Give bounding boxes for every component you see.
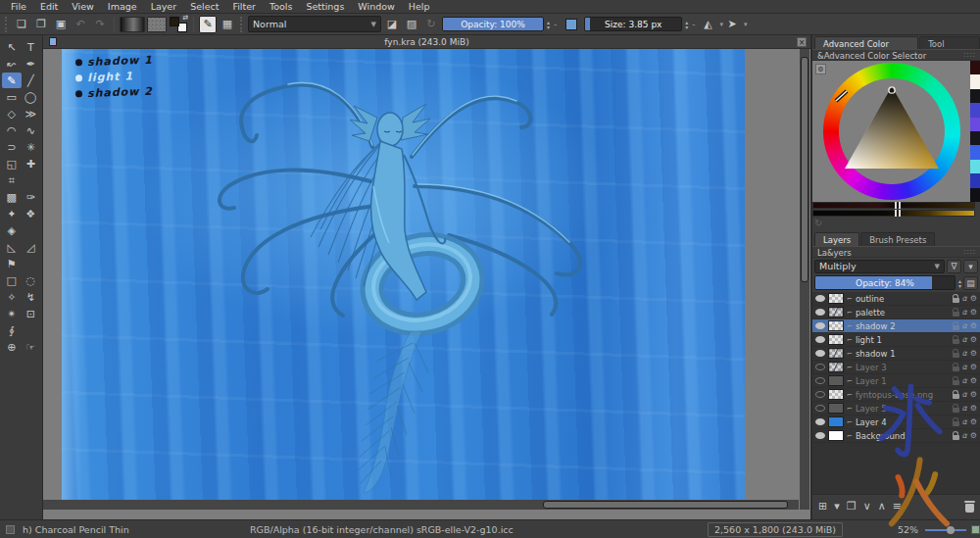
layer-style-icon[interactable]: ⚙ xyxy=(970,376,977,385)
visibility-eye-icon[interactable] xyxy=(815,377,825,384)
workspace-chooser-button[interactable]: ▦ xyxy=(219,16,236,33)
inherit-alpha-icon[interactable]: ⌐ xyxy=(847,364,853,371)
toolbar-drag-handle[interactable] xyxy=(5,17,9,32)
layer-thumbnail[interactable] xyxy=(828,307,844,318)
visibility-eye-icon[interactable] xyxy=(815,322,825,329)
lock-icon[interactable] xyxy=(953,435,959,440)
swap-colors-icon[interactable]: ⇄ xyxy=(182,14,188,22)
inherit-alpha-icon[interactable]: ⌐ xyxy=(847,336,853,344)
menu-edit[interactable]: Edit xyxy=(33,0,65,14)
vertical-scrollbar[interactable] xyxy=(800,49,809,510)
menu-image[interactable]: Image xyxy=(101,0,144,14)
lock-icon[interactable] xyxy=(953,298,959,303)
alpha-lock-icon[interactable]: α xyxy=(962,376,967,385)
current-brush-name[interactable]: h) Charcoal Pencil Thin xyxy=(23,524,238,535)
pattern-chooser[interactable] xyxy=(147,17,167,32)
foreground-background-colors[interactable]: ⇄ xyxy=(169,16,188,33)
alpha-lock-icon[interactable]: α xyxy=(962,417,967,426)
layers-docker-title[interactable]: La&yers ∷∷ xyxy=(812,246,980,258)
color-history-swatch[interactable] xyxy=(970,118,980,131)
visibility-eye-icon[interactable] xyxy=(815,336,825,343)
lock-icon[interactable] xyxy=(953,394,959,399)
layer-row[interactable]: ⌐light 1α⚙ xyxy=(812,333,980,347)
inherit-alpha-icon[interactable]: ⌐ xyxy=(847,309,853,317)
layer-style-icon[interactable]: ⚙ xyxy=(970,308,977,317)
add-layer-button[interactable]: ⊞ xyxy=(818,500,827,513)
visibility-eye-icon[interactable] xyxy=(815,391,825,398)
layer-thumbnail[interactable] xyxy=(828,348,844,359)
layer-opacity-spinner[interactable]: ▴▾ xyxy=(958,278,961,288)
layer-filter-icon[interactable]: ∇ xyxy=(947,260,961,273)
reference-images-tool[interactable]: ⚑ xyxy=(2,256,22,271)
fill-tool[interactable]: ◈ xyxy=(2,222,22,238)
preserve-alpha-icon[interactable]: ▨ xyxy=(403,16,420,33)
visibility-eye-icon[interactable] xyxy=(815,295,825,302)
dynamic-brush-tool[interactable]: ∿ xyxy=(22,122,41,138)
brush-size-slider[interactable]: Size: 3.85 px xyxy=(584,17,682,31)
color-history-swatch[interactable] xyxy=(970,131,980,145)
rectangle-tool[interactable]: ▭ xyxy=(2,89,22,105)
contiguous-select-tool[interactable]: ⊡ xyxy=(22,306,41,321)
layer-style-icon[interactable]: ⚙ xyxy=(970,431,977,440)
lock-icon[interactable] xyxy=(953,408,959,413)
open-document-icon[interactable]: ❐ xyxy=(32,16,50,33)
layer-list-empty-area[interactable] xyxy=(812,443,980,494)
color-history-swatch[interactable] xyxy=(970,173,980,187)
menu-window[interactable]: Window xyxy=(351,0,401,14)
alpha-lock-icon[interactable]: α xyxy=(962,294,967,303)
color-history-swatch[interactable] xyxy=(970,89,980,103)
lock-icon[interactable] xyxy=(953,312,959,317)
menu-select[interactable]: Select xyxy=(183,0,225,14)
alpha-lock-icon[interactable]: α xyxy=(962,404,967,413)
close-icon[interactable]: × xyxy=(797,37,807,47)
lock-icon[interactable] xyxy=(953,325,959,330)
layer-properties-button[interactable]: ≡ xyxy=(893,500,902,513)
inherit-alpha-icon[interactable]: ⌐ xyxy=(847,405,853,413)
alpha-lock-icon[interactable]: α xyxy=(962,335,967,344)
calligraphy-tool[interactable]: ✒ xyxy=(22,56,41,72)
layer-style-icon[interactable]: ⚙ xyxy=(970,321,977,330)
chevron-down-icon[interactable]: ▾ xyxy=(744,21,748,28)
move-layer-up-button[interactable]: ∧ xyxy=(878,500,886,513)
visibility-eye-icon[interactable] xyxy=(815,405,825,412)
layer-row[interactable]: ⌐Layer 1α⚙ xyxy=(812,374,980,388)
layer-style-icon[interactable]: ⚙ xyxy=(970,335,977,344)
crop-tool[interactable]: ⌗ xyxy=(2,172,22,188)
move-layer-down-button[interactable]: ∨ xyxy=(863,500,871,513)
layer-row[interactable]: ⌐outlineα⚙ xyxy=(812,292,980,306)
layer-thumbnail[interactable] xyxy=(828,334,844,345)
inherit-alpha-icon[interactable]: ⌐ xyxy=(847,432,853,440)
smart-patch-tool[interactable]: ❖ xyxy=(22,206,41,221)
subwindow-titlebar[interactable]: fyn.kra (243.0 MiB) × xyxy=(43,35,810,49)
zoom-slider-knob[interactable] xyxy=(947,526,955,534)
color-history-swatch[interactable] xyxy=(970,145,980,159)
toolbar-drag-handle[interactable] xyxy=(240,17,244,32)
redo-icon[interactable]: ↷ xyxy=(91,16,109,33)
delete-layer-button[interactable] xyxy=(965,504,974,513)
hscroll-thumb[interactable] xyxy=(543,501,788,509)
freehand-brush-tool[interactable]: ✎ xyxy=(2,73,22,88)
layer-thumbnail[interactable] xyxy=(828,403,844,414)
freehand-select-tool[interactable]: ↯ xyxy=(22,289,41,305)
eraser-mode-icon[interactable]: ◪ xyxy=(383,16,401,33)
alpha-lock-icon[interactable]: α xyxy=(962,321,967,330)
canvas-painting[interactable]: shadow 1light 1shadow 2 xyxy=(62,49,745,508)
layer-row[interactable]: ⌐Layer 5α⚙ xyxy=(812,402,980,416)
blending-mode-dropdown[interactable]: Normal ▼ xyxy=(248,16,381,32)
layer-thumbnail[interactable] xyxy=(828,430,844,441)
layer-thumbnail[interactable] xyxy=(828,293,844,304)
layer-style-icon[interactable]: ⚙ xyxy=(970,363,977,371)
shade-refresh-icon[interactable]: ↻ xyxy=(814,218,822,228)
tab-layers[interactable]: Layers xyxy=(814,232,859,246)
gradient-chooser[interactable] xyxy=(120,17,145,32)
vscroll-thumb[interactable] xyxy=(801,57,808,282)
bezier-curve-tool[interactable]: ◠ xyxy=(2,122,22,138)
layer-thumbnail[interactable] xyxy=(828,375,844,386)
inherit-alpha-icon[interactable]: ⌐ xyxy=(847,391,853,399)
reload-preset-icon[interactable]: ↻ xyxy=(422,16,440,33)
size-spinner[interactable]: ▴▾ xyxy=(685,20,688,29)
elliptical-select-tool[interactable]: ◌ xyxy=(22,272,41,288)
visibility-eye-icon[interactable] xyxy=(815,432,825,439)
layer-row[interactable]: ⌐shadow 1α⚙ xyxy=(812,347,980,361)
layer-opacity-slider[interactable]: Opacity: 84% xyxy=(814,275,956,290)
